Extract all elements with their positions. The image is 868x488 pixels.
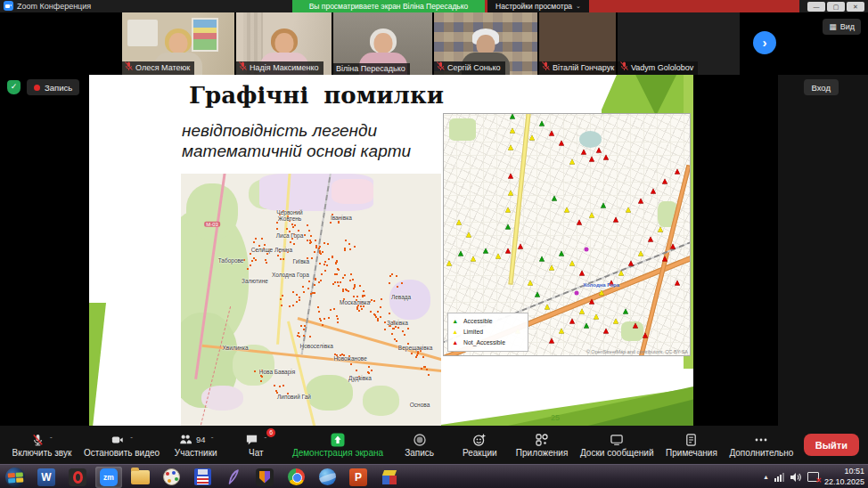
access-marker [549, 338, 554, 343]
poi-dot [283, 385, 284, 386]
apps-button[interactable]: Приложения [516, 432, 569, 458]
sign-in-button[interactable]: Вход [804, 79, 839, 95]
word-taskbar-button[interactable]: W [33, 467, 60, 488]
shield-browser-taskbar-button[interactable] [251, 467, 278, 488]
poi-dot [426, 369, 428, 370]
poi-dot [375, 316, 377, 318]
slide-title: Графічні помилки [125, 82, 508, 109]
opera-taskbar-button[interactable] [64, 467, 91, 488]
poi-dot [428, 374, 430, 376]
poi-dot [280, 298, 282, 300]
poi-dot [308, 281, 310, 282]
poi-dot [286, 228, 288, 230]
participant-tile[interactable]: Надія Максименко [236, 12, 332, 75]
mic-muted-icon [542, 61, 550, 75]
recording-indicator[interactable]: Запись [27, 79, 79, 95]
legend-label: Limited [463, 329, 483, 335]
poi-dot [353, 296, 355, 297]
network-signal-icon[interactable] [774, 472, 784, 482]
stop-video-button[interactable]: ˆ Остановить видео [84, 432, 160, 458]
poi-dot [394, 338, 396, 340]
participant-tile[interactable]: Сергій Сонько [434, 12, 537, 75]
leave-button[interactable]: Выйти [804, 434, 859, 456]
participant-tile[interactable]: Віліна Пересадько [333, 12, 432, 75]
poi-dot [402, 330, 404, 332]
more-icon [754, 433, 768, 447]
next-participants-button[interactable]: › [753, 31, 776, 54]
road-shield-label: М-03 [204, 222, 220, 228]
more-button[interactable]: Дополнительно [729, 432, 793, 458]
poi-dot [303, 291, 305, 293]
poi-dot [292, 291, 294, 293]
poi-dot [374, 314, 376, 316]
poi-dot [310, 235, 312, 237]
view-settings-label: Настройки просмотра [495, 2, 572, 11]
access-marker [510, 113, 515, 118]
poi-dot [247, 268, 249, 270]
poi-dot [397, 327, 399, 329]
chevron-up-icon[interactable]: ˆ [264, 435, 266, 443]
minimize-button[interactable]: — [807, 2, 825, 12]
access-marker [552, 195, 557, 200]
poi-dot [330, 309, 332, 311]
access-marker [508, 191, 513, 196]
park-area [186, 183, 238, 239]
access-marker [471, 256, 476, 261]
poi-dot [368, 372, 370, 374]
cube-app-taskbar-button[interactable] [376, 467, 403, 488]
mic-muted-icon [620, 61, 628, 75]
view-settings-button[interactable]: Настройки просмотра ⌄ [487, 0, 589, 12]
participant-tile[interactable]: Vadym Gololobov Vadym Gololobov [618, 12, 740, 75]
explorer-taskbar-button[interactable] [127, 467, 153, 488]
people-icon [178, 433, 192, 446]
chevron-up-icon[interactable]: ˆ [50, 435, 53, 443]
reactions-button[interactable]: Реакции [455, 432, 504, 458]
notes-button[interactable]: Примечания [666, 432, 717, 458]
tray-expand-icon[interactable]: ▲ [763, 474, 769, 480]
record-button[interactable]: Запись [396, 432, 444, 458]
whiteboards-button[interactable]: Доски сообщений [580, 432, 654, 458]
chrome-icon [288, 468, 305, 485]
chevron-up-icon[interactable]: ˆ [130, 435, 133, 443]
access-marker [638, 198, 643, 203]
maximize-button[interactable]: ▢ [827, 2, 845, 12]
floppy-taskbar-button[interactable] [189, 467, 216, 488]
poi-dot [352, 279, 354, 281]
poi-dot [354, 246, 356, 248]
share-screen-button[interactable]: Демонстрация экрана [292, 432, 383, 458]
participants-button[interactable]: 94 ˆ Участники [172, 432, 220, 458]
close-button[interactable]: ✕ [847, 2, 864, 12]
start-taskbar-button[interactable] [2, 467, 29, 488]
view-button[interactable]: ▦ Вид [823, 19, 861, 35]
access-marker [569, 159, 575, 165]
unmute-button[interactable]: ˆ Включить звук [12, 432, 72, 458]
chat-button[interactable]: ˆ 6 Чат [232, 432, 280, 458]
participant-tile[interactable]: B Віталій Гончарук [539, 12, 616, 75]
poi-dot [279, 386, 281, 387]
poi-dot [314, 284, 315, 286]
device-error-icon[interactable] [807, 472, 819, 482]
access-marker [495, 253, 501, 258]
paint-taskbar-button[interactable] [158, 467, 184, 488]
poi-dot [358, 310, 360, 312]
poi-dot [377, 320, 379, 321]
security-shield-icon[interactable]: ✓ [7, 80, 20, 94]
poi-dot [255, 238, 257, 240]
taskbar-clock[interactable]: 10:51 22.10.2025 [824, 467, 864, 487]
access-marker [466, 232, 471, 237]
camera-icon [111, 434, 125, 446]
poi-dot [320, 320, 322, 321]
zoom-taskbar-button[interactable]: zm [95, 467, 122, 488]
participant-tile[interactable]: Олеся Матеюк [122, 12, 234, 75]
globe-browser-taskbar-button[interactable] [314, 467, 340, 488]
poi-dot [384, 329, 386, 330]
feather-taskbar-button[interactable] [220, 467, 247, 488]
access-marker [670, 243, 676, 248]
volume-icon[interactable] [790, 472, 802, 483]
poi-dot [320, 253, 322, 255]
poi-dot [307, 288, 309, 289]
chevron-up-icon[interactable]: ˆ [211, 435, 214, 443]
powerpoint-taskbar-button[interactable]: P [345, 467, 372, 488]
chrome-taskbar-button[interactable] [283, 467, 309, 488]
poi-dot [276, 222, 278, 224]
